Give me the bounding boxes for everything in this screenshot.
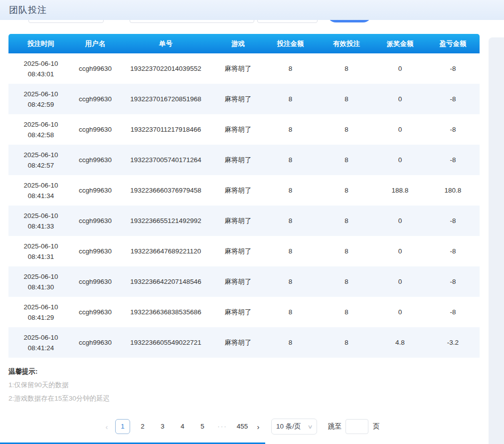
cell-payout: 0 (374, 246, 426, 256)
cell-order-no: 1932236642207148546 (117, 276, 214, 287)
cell-bet-time: 2025-06-1008:41:31 (8, 241, 73, 262)
cell-profit: -8 (426, 276, 480, 287)
cell-order-no: 1932237016720851968 (117, 94, 214, 104)
table-row: 2025-06-1008:41:31 ccgh99630 19322366476… (8, 236, 480, 266)
column-header-order-no: 单号 (117, 39, 214, 48)
cell-game: 麻将胡了 (214, 94, 262, 104)
cell-game: 麻将胡了 (214, 216, 262, 226)
cell-payout: 188.8 (374, 185, 426, 196)
page-button-1-active[interactable]: 1 (115, 419, 130, 434)
cell-order-no: 1932237011217918466 (117, 124, 214, 135)
cell-order-no: 1932237022014039552 (117, 63, 214, 74)
cell-order-no: 1932236605549022721 (117, 337, 214, 348)
cell-payout: 0 (374, 276, 426, 287)
table-row: 2025-06-1008:41:33 ccgh99630 19322366551… (8, 206, 480, 236)
cell-bet-time: 2025-06-1008:41:34 (8, 180, 73, 201)
page-button-455[interactable]: 455 (235, 419, 250, 434)
cell-payout: 4.8 (374, 337, 426, 348)
page-button-3[interactable]: 3 (155, 419, 170, 434)
right-scrollbar-track[interactable] (489, 37, 504, 444)
column-header-game: 游戏 (214, 39, 262, 48)
cell-bet-time: 2025-06-1008:42:57 (8, 150, 73, 171)
cell-profit: -8 (426, 216, 480, 226)
cell-profit: -8 (426, 246, 480, 256)
cell-game: 麻将胡了 (214, 185, 262, 196)
cell-username: ccgh99630 (73, 185, 117, 196)
cell-payout: 0 (374, 155, 426, 165)
cell-order-no: 1932237005740171264 (117, 155, 214, 165)
cell-username: ccgh99630 (73, 124, 117, 135)
cell-username: ccgh99630 (73, 337, 117, 348)
cell-username: ccgh99630 (73, 94, 117, 104)
cell-order-no: 1932236660376979458 (117, 185, 214, 196)
cell-bet-amount: 8 (262, 337, 319, 348)
cell-valid-bet: 8 (319, 246, 374, 256)
cell-bet-time: 2025-06-1008:41:24 (8, 332, 73, 353)
cell-username: ccgh99630 (73, 63, 117, 74)
notes-section: 温馨提示: 1:仅保留90天的数据 2:游戏数据存在15至30分钟的延迟 (8, 367, 110, 403)
cell-game: 麻将胡了 (214, 307, 262, 317)
cell-game: 麻将胡了 (214, 337, 262, 348)
cell-bet-amount: 8 (262, 246, 319, 256)
cell-valid-bet: 8 (319, 185, 374, 196)
cell-profit: -8 (426, 94, 480, 104)
prev-page-button[interactable]: ‹ (101, 423, 113, 431)
page-size-select[interactable]: 10 条/页 ∨ (271, 419, 317, 435)
table-body: 2025-06-1008:43:01 ccgh99630 19322370220… (8, 53, 480, 358)
column-header-bet-amount: 投注金额 (262, 39, 319, 48)
next-page-button[interactable]: › (252, 423, 264, 431)
cell-game: 麻将胡了 (214, 276, 262, 287)
cell-profit: -8 (426, 307, 480, 317)
table-row: 2025-06-1008:43:01 ccgh99630 19322370220… (8, 53, 480, 84)
table-row: 2025-06-1008:41:29 ccgh99630 19322366368… (8, 297, 480, 327)
cell-valid-bet: 8 (319, 216, 374, 226)
cell-bet-time: 2025-06-1008:41:30 (8, 271, 73, 292)
page-number-list: 12345···455 (113, 419, 252, 434)
cell-game: 麻将胡了 (214, 124, 262, 135)
cell-bet-amount: 8 (262, 155, 319, 165)
table-row: 2025-06-1008:42:59 ccgh99630 19322370167… (8, 84, 480, 114)
cell-bet-amount: 8 (262, 94, 319, 104)
table-row: 2025-06-1008:42:58 ccgh99630 19322370112… (8, 114, 480, 145)
page-ellipsis[interactable]: ··· (215, 419, 230, 434)
cell-valid-bet: 8 (319, 337, 374, 348)
cell-username: ccgh99630 (73, 246, 117, 256)
table-row: 2025-06-1008:42:57 ccgh99630 19322370057… (8, 145, 480, 175)
column-header-payout: 派奖金额 (374, 39, 426, 48)
column-header-bet-time: 投注时间 (8, 39, 73, 48)
cell-profit: -3.2 (426, 337, 480, 348)
cell-order-no: 1932236655121492992 (117, 216, 214, 226)
cell-valid-bet: 8 (319, 94, 374, 104)
cell-payout: 0 (374, 63, 426, 74)
cell-order-no: 1932236636838535686 (117, 307, 214, 317)
cell-username: ccgh99630 (73, 307, 117, 317)
page-button-4[interactable]: 4 (175, 419, 190, 434)
column-header-username: 用户名 (73, 39, 117, 48)
cell-valid-bet: 8 (319, 63, 374, 74)
jump-to-label: 跳至 (328, 422, 341, 431)
cell-valid-bet: 8 (319, 155, 374, 165)
cell-order-no: 1932236647689221120 (117, 246, 214, 256)
cell-bet-time: 2025-06-1008:41:29 (8, 302, 73, 323)
jump-page-suffix: 页 (373, 422, 380, 431)
cell-profit: -8 (426, 63, 480, 74)
page-header: 团队投注 (0, 0, 504, 20)
page-size-value: 10 条/页 (276, 422, 301, 431)
cell-profit: -8 (426, 124, 480, 135)
cell-profit: -8 (426, 155, 480, 165)
cell-valid-bet: 8 (319, 307, 374, 317)
page-button-5[interactable]: 5 (195, 419, 210, 434)
cell-bet-amount: 8 (262, 63, 319, 74)
cell-game: 麻将胡了 (214, 246, 262, 256)
cell-payout: 0 (374, 94, 426, 104)
cell-bet-time: 2025-06-1008:42:59 (8, 89, 73, 110)
page-button-2[interactable]: 2 (135, 419, 150, 434)
cell-bet-amount: 8 (262, 185, 319, 196)
cell-bet-amount: 8 (262, 216, 319, 226)
cell-username: ccgh99630 (73, 216, 117, 226)
cell-valid-bet: 8 (319, 124, 374, 135)
column-header-profit: 盈亏金额 (426, 39, 480, 48)
cell-payout: 0 (374, 124, 426, 135)
cell-game: 麻将胡了 (214, 63, 262, 74)
jump-page-input[interactable] (345, 419, 368, 434)
